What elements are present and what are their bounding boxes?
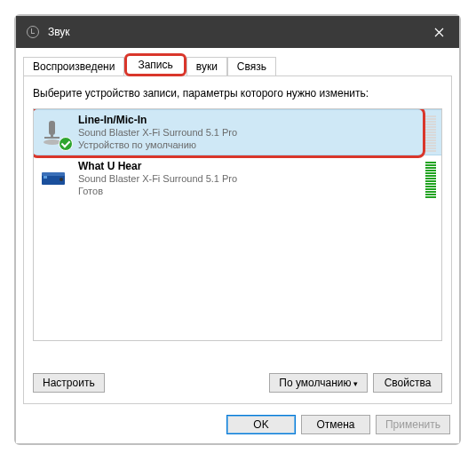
dialog-buttons: OK Отмена Применить — [226, 415, 450, 434]
ok-button[interactable]: OK — [226, 415, 296, 434]
tab-sounds[interactable]: вуки — [186, 57, 227, 76]
svg-rect-5 — [42, 172, 65, 176]
device-list[interactable]: Line-In/Mic-In Sound Blaster X-Fi Surrou… — [33, 108, 442, 341]
tab-strip: Воспроизведени Запись вуки Связь — [23, 55, 452, 76]
default-check-icon — [59, 137, 73, 151]
tab-recording[interactable]: Запись — [124, 53, 186, 76]
soundcard-icon — [39, 163, 69, 194]
svg-rect-6 — [44, 176, 47, 179]
device-name: What U Hear — [78, 160, 424, 173]
prompt-label: Выберите устройство записи, параметры ко… — [33, 87, 442, 99]
properties-button[interactable]: Свойства — [373, 373, 442, 393]
title: Звук — [48, 26, 70, 38]
level-meter — [425, 159, 436, 198]
panel-buttons: Настроить По умолчанию Свойства — [33, 373, 442, 393]
titlebar[interactable]: Звук — [16, 16, 459, 48]
device-text: What U Hear Sound Blaster X-Fi Surround … — [78, 160, 424, 198]
device-desc: Sound Blaster X-Fi Surround 5.1 Pro — [78, 173, 424, 186]
device-name: Line-In/Mic-In — [78, 114, 424, 127]
device-desc: Sound Blaster X-Fi Surround 5.1 Pro — [78, 127, 424, 139]
window-frame: Звук Воспроизведени Запись вуки Связь Вы… — [14, 14, 461, 445]
apply-button[interactable]: Применить — [376, 415, 450, 434]
titlebar-speaker-icon — [27, 26, 39, 38]
close-button[interactable] — [419, 16, 459, 48]
close-icon — [434, 28, 444, 37]
level-meter — [425, 113, 436, 152]
set-default-button[interactable]: По умолчанию — [269, 373, 368, 393]
device-row[interactable]: What U Hear Sound Blaster X-Fi Surround … — [34, 155, 441, 202]
svg-rect-2 — [51, 135, 53, 138]
device-status: Устройство по умолчанию — [78, 139, 424, 152]
client-area: Воспроизведени Запись вуки Связь Выберит… — [16, 48, 459, 443]
cancel-button[interactable]: Отмена — [301, 415, 370, 434]
configure-button[interactable]: Настроить — [33, 373, 105, 393]
tab-panel: Выберите устройство записи, параметры ко… — [23, 76, 452, 404]
tab-playback[interactable]: Воспроизведени — [23, 57, 124, 76]
tab-communications[interactable]: Связь — [227, 57, 276, 76]
svg-point-7 — [60, 178, 63, 181]
device-status: Готов — [78, 186, 424, 198]
device-text: Line-In/Mic-In Sound Blaster X-Fi Surrou… — [78, 114, 424, 152]
device-row[interactable]: Line-In/Mic-In Sound Blaster X-Fi Surrou… — [34, 109, 441, 155]
svg-rect-0 — [49, 121, 55, 135]
microphone-icon — [39, 117, 69, 147]
